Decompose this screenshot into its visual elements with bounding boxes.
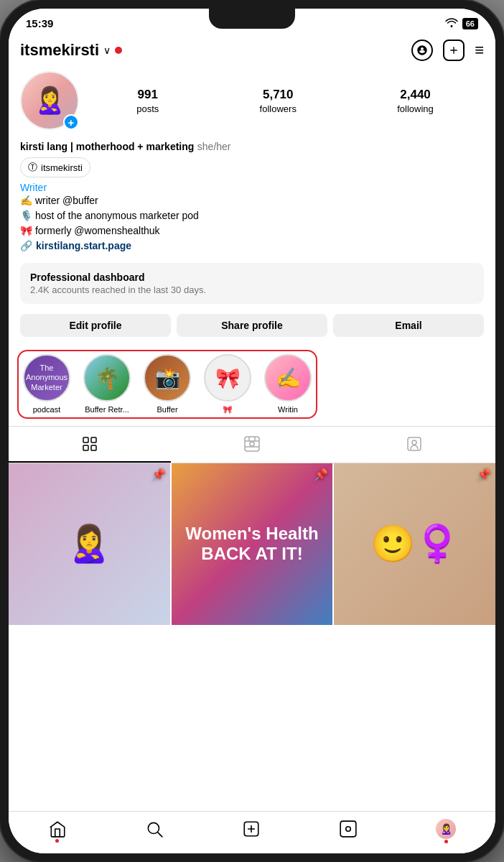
svg-point-7 — [250, 442, 254, 446]
content-tabs — [9, 426, 495, 463]
svg-point-20 — [346, 827, 351, 832]
svg-rect-2 — [83, 437, 88, 442]
live-dot — [115, 47, 122, 54]
grid-item-3[interactable]: 🙂‍♀️ 📌 — [334, 463, 495, 625]
status-icons: 66 — [445, 17, 478, 29]
nav-reels[interactable] — [339, 820, 358, 838]
pin-icon-2: 📌 — [314, 468, 328, 481]
highlight-buffer-retr[interactable]: 🌴 Buffer Retr... — [82, 354, 132, 414]
bio-full-name: kirsti lang | motherhood + marketing — [20, 141, 194, 152]
grid-image-3: 🙂‍♀️ — [334, 463, 495, 625]
header-icons: ≡ — [411, 40, 484, 61]
posts-count: 991 — [138, 88, 158, 102]
nav-create[interactable] — [242, 820, 261, 838]
tab-grid[interactable] — [9, 427, 171, 463]
svg-point-13 — [412, 440, 416, 445]
grid-image-1: 🙎‍♀️ — [9, 463, 170, 625]
bio-line3: 🎀 formerly @womenshealthuk — [20, 223, 484, 238]
bio-line1: ✍️ writer @buffer — [20, 193, 484, 208]
share-profile-button[interactable]: Share profile — [177, 314, 327, 337]
photo-grid: 🙎‍♀️ 📌 Women's HealthBACK AT IT! 📌 🙂‍♀️ … — [9, 463, 495, 625]
grid-icon — [81, 435, 98, 453]
highlight-circle-buffer-retr: 🌴 — [83, 354, 131, 402]
highlight-podcast[interactable]: TheAnonymousMarketer podcast — [22, 354, 72, 414]
pin-icon-3: 📌 — [477, 468, 491, 481]
profile-header: itsmekirsti ∨ — [9, 34, 495, 64]
threads-badge-icon: Ⓣ — [28, 161, 37, 174]
highlight-emoji[interactable]: 🎀 🎀 — [202, 354, 253, 414]
bio-link[interactable]: 🔗 kirstilang.start.page — [20, 240, 484, 251]
svg-rect-12 — [408, 437, 421, 450]
tab-reels[interactable] — [171, 427, 333, 463]
highlight-writing[interactable]: ✍️ Writin — [263, 354, 313, 414]
bio-line2: 🎙️ host of the anonymous marketer pod — [20, 208, 484, 223]
nav-profile-avatar: 🙎‍♀️ — [436, 819, 456, 839]
avatar-wrap: 🙎‍♀️ + — [20, 71, 79, 130]
add-post-icon[interactable] — [443, 40, 465, 61]
professional-dashboard[interactable]: Professional dashboard 2.4K accounts rea… — [20, 263, 484, 304]
svg-line-15 — [158, 833, 162, 837]
svg-rect-6 — [245, 437, 259, 451]
highlight-circle-emoji: 🎀 — [204, 354, 251, 402]
highlights-section: TheAnonymousMarketer podcast 🌴 Buffer Re… — [17, 350, 317, 419]
reels-icon — [243, 435, 261, 453]
add-avatar-button[interactable]: + — [63, 114, 79, 130]
create-icon — [242, 820, 261, 838]
highlight-label-buffer-retr: Buffer Retr... — [85, 405, 129, 414]
bio-pronoun: she/her — [197, 141, 231, 152]
dropdown-arrow-icon[interactable]: ∨ — [103, 45, 111, 56]
following-stat[interactable]: 2,440 following — [397, 88, 434, 114]
battery-indicator: 66 — [462, 18, 478, 29]
username: itsmekirsti — [20, 41, 99, 60]
following-count: 2,440 — [400, 88, 431, 102]
svg-rect-5 — [91, 445, 96, 450]
stats-group: 991 posts 5,710 followers 2,440 followin… — [86, 88, 484, 114]
grid-item-2[interactable]: Women's HealthBACK AT IT! 📌 — [172, 463, 333, 625]
following-label: following — [397, 103, 434, 114]
edit-profile-button[interactable]: Edit profile — [20, 314, 171, 337]
highlight-label-podcast: podcast — [33, 405, 61, 414]
notch — [209, 9, 295, 29]
threads-icon[interactable] — [411, 40, 433, 61]
screen-content: itsmekirsti ∨ — [9, 34, 495, 811]
menu-icon[interactable]: ≡ — [475, 41, 484, 60]
nav-search[interactable] — [145, 820, 164, 838]
posts-stat[interactable]: 991 posts — [136, 88, 159, 114]
highlight-circle-podcast: TheAnonymousMarketer — [23, 354, 70, 402]
highlight-label-emoji: 🎀 — [223, 405, 233, 414]
highlight-circle-buffer: 📸 — [144, 354, 191, 402]
svg-rect-4 — [83, 445, 88, 450]
nav-profile[interactable]: 🙎‍♀️ — [436, 819, 456, 839]
svg-rect-19 — [340, 821, 356, 837]
svg-rect-3 — [91, 437, 96, 442]
status-time: 15:39 — [26, 17, 53, 29]
username-row: itsmekirsti ∨ — [20, 41, 122, 60]
highlights-row: TheAnonymousMarketer podcast 🌴 Buffer Re… — [9, 344, 495, 426]
action-buttons: Edit profile Share profile Email — [9, 310, 495, 344]
threads-badge[interactable]: Ⓣ itsmekirsti — [20, 157, 90, 177]
tagged-icon — [406, 435, 423, 453]
grid-item-1[interactable]: 🙎‍♀️ 📌 — [9, 463, 170, 625]
bio-link-text: kirstilang.start.page — [36, 240, 131, 251]
profile-active-dot — [444, 840, 448, 843]
nav-home[interactable] — [48, 820, 67, 838]
bio-name-row: kirsti lang | motherhood + marketing she… — [20, 140, 484, 153]
followers-count: 5,710 — [263, 88, 294, 102]
bottom-nav: 🙎‍♀️ — [9, 811, 495, 853]
highlight-label-buffer: Buffer — [157, 405, 177, 414]
grid-image-2: Women's HealthBACK AT IT! — [172, 463, 333, 625]
nav-reels-icon — [339, 820, 358, 838]
pin-icon-1: 📌 — [151, 468, 166, 481]
svg-point-14 — [148, 822, 159, 833]
threads-handle: itsmekirsti — [41, 162, 83, 173]
tab-tagged[interactable] — [333, 427, 495, 463]
profile-stats-row: 🙎‍♀️ + 991 posts 5,710 followers 2,440 — [9, 64, 495, 137]
wifi-icon — [445, 17, 458, 29]
pro-dashboard-subtitle: 2.4K accounts reached in the last 30 day… — [30, 284, 474, 295]
followers-stat[interactable]: 5,710 followers — [260, 88, 297, 114]
email-button[interactable]: Email — [333, 314, 484, 337]
highlight-buffer[interactable]: 📸 Buffer — [142, 354, 192, 414]
posts-label: posts — [136, 103, 159, 114]
search-icon — [145, 820, 164, 838]
home-active-dot — [55, 839, 59, 843]
